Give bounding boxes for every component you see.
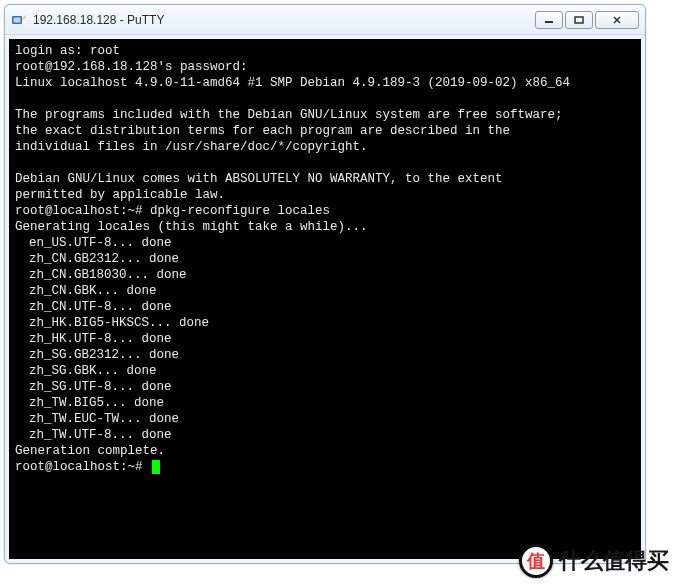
window-title: 192.168.18.128 - PuTTY [33,13,535,27]
terminal-line: Generation complete. [15,443,635,459]
svg-rect-3 [575,17,583,23]
title-bar[interactable]: 192.168.18.128 - PuTTY [5,5,645,35]
terminal-line: Generating locales (this might take a wh… [15,219,635,235]
terminal-line: individual files in /usr/share/doc/*/cop… [15,139,635,155]
terminal-line: zh_SG.UTF-8... done [15,379,635,395]
terminal-line: login as: root [15,43,635,59]
terminal-line: zh_CN.UTF-8... done [15,299,635,315]
terminal-line: the exact distribution terms for each pr… [15,123,635,139]
close-button[interactable] [595,11,639,29]
terminal-line: zh_CN.GBK... done [15,283,635,299]
watermark-text: 什么值得买 [559,546,669,576]
terminal-prompt: root@localhost:~# [15,460,150,474]
terminal-line: zh_TW.UTF-8... done [15,427,635,443]
terminal-line: zh_TW.EUC-TW... done [15,411,635,427]
terminal-line: zh_TW.BIG5... done [15,395,635,411]
terminal-line: zh_SG.GB2312... done [15,347,635,363]
putty-icon [11,12,27,28]
terminal-line: Linux localhost 4.9.0-11-amd64 #1 SMP De… [15,75,635,91]
terminal-line: The programs included with the Debian GN… [15,107,635,123]
svg-rect-2 [545,21,553,23]
terminal-line [15,91,635,107]
window-control-group [535,11,639,29]
terminal-line: root@192.168.18.128's password: [15,59,635,75]
maximize-button[interactable] [565,11,593,29]
terminal-line: root@localhost:~# dpkg-reconfigure local… [15,203,635,219]
terminal-line [15,155,635,171]
terminal-line: zh_CN.GB18030... done [15,267,635,283]
terminal-cursor [152,460,160,474]
terminal-line: Debian GNU/Linux comes with ABSOLUTELY N… [15,171,635,187]
terminal-output[interactable]: login as: rootroot@192.168.18.128's pass… [9,39,641,559]
terminal-line: zh_CN.GB2312... done [15,251,635,267]
terminal-line: zh_HK.UTF-8... done [15,331,635,347]
terminal-line: permitted by applicable law. [15,187,635,203]
terminal-line: zh_HK.BIG5-HKSCS... done [15,315,635,331]
watermark-badge: 值 [519,544,553,578]
terminal-line: zh_SG.GBK... done [15,363,635,379]
app-window: 192.168.18.128 - PuTTY login as: rootroo… [4,4,646,564]
watermark: 值 什么值得买 [519,544,669,578]
terminal-line: en_US.UTF-8... done [15,235,635,251]
terminal-prompt-line[interactable]: root@localhost:~# [15,459,635,475]
minimize-button[interactable] [535,11,563,29]
svg-rect-1 [14,17,21,22]
